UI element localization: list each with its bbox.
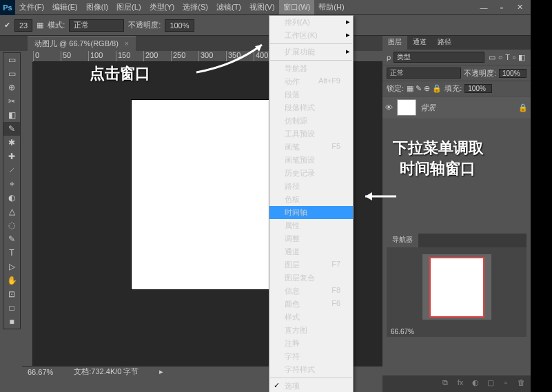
menu-item-16[interactable]: 时间轴 — [269, 206, 353, 219]
menu-item-10[interactable]: 工具预设 — [269, 127, 353, 141]
menu-item-22[interactable]: 信息F8 — [269, 285, 353, 298]
menu-item-5[interactable]: 导航器 — [269, 62, 353, 75]
menu-7[interactable]: 视图(V) — [245, 0, 279, 14]
minimize-button[interactable]: — — [478, 3, 489, 12]
menu-9[interactable]: 帮助(H) — [314, 0, 348, 14]
menu-item-0[interactable]: 排列(A) — [269, 16, 353, 29]
menu-3[interactable]: 图层(L) — [112, 0, 145, 14]
document-canvas[interactable] — [132, 100, 285, 289]
tool-19[interactable]: ■ — [3, 315, 20, 329]
menu-item-28[interactable]: 字符样式 — [269, 363, 353, 376]
tool-2[interactable]: ⊕ — [3, 81, 20, 94]
menu-8[interactable]: 窗口(W) — [279, 0, 315, 14]
menu-6[interactable]: 滤镜(T) — [212, 0, 245, 14]
tool-14[interactable]: T — [3, 246, 20, 260]
tool-7[interactable]: ✚ — [3, 149, 20, 163]
filter-icon[interactable]: ○ — [498, 53, 503, 61]
menu-item-30[interactable]: 选项 — [269, 380, 353, 392]
filter-icon[interactable]: ◧ — [518, 53, 525, 61]
opacity-label: 不透明度: — [464, 68, 496, 79]
menu-item-14[interactable]: 路径 — [269, 180, 353, 193]
kind-select[interactable]: 类型 — [393, 52, 484, 63]
panel-tab-2[interactable]: 路径 — [432, 36, 457, 50]
tool-5[interactable]: ✎ — [3, 122, 20, 136]
menu-item-13[interactable]: 历史记录 — [269, 167, 353, 180]
blend-mode[interactable]: 正常 — [387, 68, 461, 79]
panel-tab-0[interactable]: 图层 — [382, 36, 407, 50]
menu-0[interactable]: 文件(F) — [15, 0, 48, 14]
menu-item-25[interactable]: 直方图 — [269, 324, 353, 337]
brush-icon[interactable]: ✔ — [4, 21, 10, 30]
filter-icon[interactable]: ▫ — [513, 53, 515, 61]
menu-separator — [270, 378, 352, 378]
menu-item-11[interactable]: 画笔F5 — [269, 141, 353, 154]
window-menu-dropdown: 排列(A)工作区(K)扩展功能导航器动作Alt+F9段落段落样式仿制源工具预设画… — [269, 15, 354, 392]
menu-item-7[interactable]: 段落 — [269, 88, 353, 101]
tool-12[interactable]: ◌ — [3, 218, 20, 232]
maximize-button[interactable]: ▫ — [496, 3, 507, 12]
menu-item-8[interactable]: 段落样式 — [269, 101, 353, 114]
menu-5[interactable]: 选择(S) — [178, 0, 212, 14]
zoom-percent[interactable]: 66.67% — [28, 368, 53, 376]
link-icon[interactable]: ⧉ — [440, 378, 451, 389]
tool-4[interactable]: ◧ — [3, 108, 20, 122]
menu-item-19[interactable]: 通道 — [269, 245, 353, 258]
menu-item-12[interactable]: 画笔预设 — [269, 154, 353, 167]
annotation-1: 点击窗口 — [90, 63, 150, 84]
layer-fill[interactable]: 100% — [464, 84, 492, 93]
menu-item-18[interactable]: 调整 — [269, 232, 353, 245]
visibility-icon[interactable]: 👁 — [385, 103, 393, 112]
tool-0[interactable]: ▭ — [3, 53, 20, 67]
brush-size[interactable]: 23 — [14, 19, 32, 32]
tool-3[interactable]: ✂ — [3, 94, 20, 108]
tool-8[interactable]: ⟋ — [3, 163, 20, 177]
brush-panel-icon[interactable]: ▦ — [37, 21, 43, 30]
menu-item-1[interactable]: 工作区(K) — [269, 29, 353, 42]
fx-icon[interactable]: fx — [455, 378, 466, 389]
ruler-vertical — [22, 62, 33, 366]
menu-item-24[interactable]: 样式 — [269, 311, 353, 324]
tool-13[interactable]: ✎ — [3, 232, 20, 246]
lock-icons[interactable]: ▦ ✎ ⊕ 🔒 — [407, 84, 442, 93]
menu-item-20[interactable]: 图层F7 — [269, 258, 353, 271]
folder-icon[interactable]: ▢ — [485, 378, 496, 389]
doc-size: 文档:732.4K/0 字节 — [74, 367, 139, 377]
tab-close-icon[interactable]: × — [125, 39, 129, 48]
menu-item-17[interactable]: 属性 — [269, 219, 353, 232]
menu-item-9[interactable]: 仿制源 — [269, 114, 353, 127]
document-tab[interactable]: 动图儿 @ 66.7%(RGB/8) × — [28, 36, 136, 51]
menu-item-15[interactable]: 色板 — [269, 193, 353, 206]
menu-item-6[interactable]: 动作Alt+F9 — [269, 75, 353, 88]
tool-15[interactable]: ▷ — [3, 260, 20, 274]
filter-icon[interactable]: T — [505, 53, 510, 61]
opacity-value[interactable]: 100% — [165, 19, 194, 32]
trash-icon[interactable]: 🗑 — [515, 378, 527, 389]
tool-10[interactable]: ◐ — [3, 191, 20, 205]
mask-icon[interactable]: ◐ — [470, 378, 481, 389]
tool-6[interactable]: ✱ — [3, 136, 20, 149]
navigator-thumb[interactable] — [422, 254, 491, 320]
close-button[interactable]: ✕ — [514, 3, 525, 12]
tool-11[interactable]: △ — [3, 205, 20, 218]
menu-item-21[interactable]: 图层复合 — [269, 271, 353, 285]
menu-item-23[interactable]: 颜色F6 — [269, 298, 353, 311]
tool-9[interactable]: ⌖ — [3, 177, 20, 191]
layer-opacity[interactable]: 100% — [499, 69, 527, 78]
status-arrow-icon[interactable]: ▸ — [159, 367, 163, 376]
new-layer-icon[interactable]: ▫ — [500, 378, 511, 389]
navigator-tab[interactable]: 导航器 — [387, 234, 418, 247]
lock-label: 锁定: — [387, 83, 404, 94]
panel-tab-1[interactable]: 通道 — [407, 36, 432, 50]
mode-select[interactable]: 正常 — [69, 19, 124, 32]
menu-1[interactable]: 编辑(E) — [48, 0, 82, 14]
tool-1[interactable]: ▭ — [3, 67, 20, 81]
menu-item-26[interactable]: 注释 — [269, 337, 353, 350]
tool-16[interactable]: ✋ — [3, 274, 20, 287]
menu-item-27[interactable]: 字符 — [269, 350, 353, 363]
menu-2[interactable]: 图像(I) — [82, 0, 112, 14]
menu-4[interactable]: 类型(Y) — [145, 0, 179, 14]
tool-17[interactable]: ⊡ — [3, 287, 20, 301]
layer-item[interactable]: 👁 背景 🔒 — [382, 96, 531, 118]
tool-18[interactable]: □ — [3, 301, 20, 315]
filter-icon[interactable]: ▭ — [489, 53, 495, 61]
